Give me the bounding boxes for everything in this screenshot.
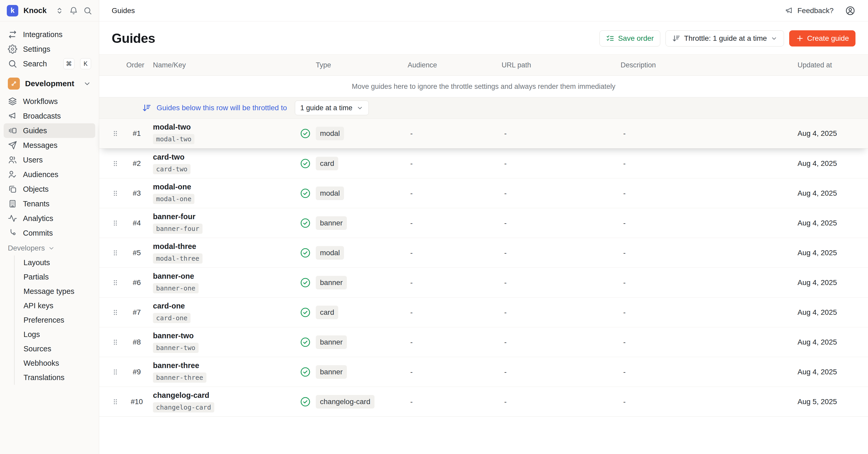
drag-handle-icon[interactable]: [107, 368, 124, 376]
feedback-button[interactable]: Feedback?: [785, 6, 834, 15]
unthrottled-drop-zone[interactable]: Move guides here to ignore the throttle …: [99, 76, 868, 97]
guide-updated-at: Aug 4, 2025: [798, 159, 856, 168]
guide-type-cell: banner: [316, 365, 407, 379]
table-header: Order Name/Key Type Audience URL path De…: [99, 54, 868, 76]
sidebar-env-list: WorkflowsBroadcastsGuidesMessagesUsersAu…: [4, 94, 95, 240]
guide-name: card-one: [153, 302, 185, 310]
guide-name-key: modal-three modal-three: [150, 242, 295, 263]
guide-status: [295, 307, 316, 318]
drag-handle-icon[interactable]: [107, 279, 124, 287]
throttle-divider-label[interactable]: Guides below this row will be throttled …: [157, 104, 287, 112]
guide-key-badge: banner-four: [153, 224, 203, 234]
broadcasts-icon: [8, 111, 17, 121]
search-icon: [8, 59, 17, 68]
sidebar-item-tenants[interactable]: Tenants: [4, 196, 95, 211]
analytics-icon: [8, 214, 17, 223]
sidebar-subitem-api-keys[interactable]: API keys: [14, 299, 95, 313]
notifications-bell-icon[interactable]: [69, 6, 78, 15]
users-icon: [8, 155, 17, 165]
developers-section-toggle[interactable]: Developers: [4, 243, 95, 254]
guide-audience: -: [407, 129, 501, 138]
guide-order: #4: [124, 219, 150, 227]
active-check-icon: [300, 277, 311, 288]
table-row[interactable]: #8 banner-two banner-two banner - - - Au…: [99, 327, 868, 357]
guide-name-key: banner-three banner-three: [150, 361, 295, 383]
table-row[interactable]: #7 card-one card-one card - - - Aug 4, 2…: [99, 297, 868, 327]
guide-url-path: -: [501, 129, 620, 138]
column-header-updated-at: Updated at: [798, 61, 856, 69]
drag-handle-icon[interactable]: [107, 249, 124, 257]
table-row[interactable]: #2 card-two card-two card - - - Aug 4, 2…: [99, 148, 868, 178]
guide-url-path: -: [501, 338, 620, 346]
drag-handle-icon[interactable]: [107, 309, 124, 316]
guide-description: -: [620, 338, 798, 346]
search-icon[interactable]: [83, 6, 92, 15]
guide-updated-at: Aug 4, 2025: [798, 249, 856, 257]
audiences-icon: [8, 170, 17, 179]
guide-description: -: [620, 279, 798, 287]
guide-type-cell: modal: [316, 246, 407, 260]
sidebar-item-objects[interactable]: Objects: [4, 182, 95, 196]
keyboard-shortcut-key: ⌘: [63, 58, 74, 69]
sidebar-subitem-message-types[interactable]: Message types: [14, 284, 95, 299]
guide-updated-at: Aug 4, 2025: [798, 219, 856, 227]
workspace-header: k Knock: [0, 0, 99, 22]
table-row[interactable]: #9 banner-three banner-three banner - - …: [99, 357, 868, 387]
environment-switcher[interactable]: Development: [4, 75, 95, 92]
guide-url-path: -: [501, 189, 620, 197]
sidebar-subitem-logs[interactable]: Logs: [14, 327, 95, 342]
sidebar-item-workflows[interactable]: Workflows: [4, 94, 95, 109]
sidebar-subitem-sources[interactable]: Sources: [14, 342, 95, 356]
workflows-icon: [8, 97, 17, 106]
throttle-dropdown-button[interactable]: Throttle: 1 guide at a time: [665, 30, 784, 47]
table-row[interactable]: #1 modal-two modal-two modal - - - Aug 4…: [99, 119, 868, 148]
table-row[interactable]: #5 modal-three modal-three modal - - - A…: [99, 238, 868, 267]
drag-handle-icon[interactable]: [107, 189, 124, 197]
guide-key-badge: banner-one: [153, 283, 198, 293]
sidebar-subitem-translations[interactable]: Translations: [14, 370, 95, 385]
create-guide-button[interactable]: Create guide: [789, 30, 856, 47]
sidebar-item-messages[interactable]: Messages: [4, 138, 95, 152]
drag-handle-icon[interactable]: [107, 338, 124, 346]
breadcrumb: Guides: [112, 6, 135, 15]
sidebar-item-search[interactable]: Search⌘K: [4, 56, 95, 71]
guide-type-cell: banner: [316, 276, 407, 289]
throttle-value-select[interactable]: 1 guide at a time: [295, 101, 369, 115]
sidebar-item-analytics[interactable]: Analytics: [4, 211, 95, 226]
drag-handle-icon[interactable]: [107, 130, 124, 137]
sidebar-subitem-partials[interactable]: Partials: [14, 270, 95, 284]
sidebar-item-users[interactable]: Users: [4, 152, 95, 167]
drag-handle-icon[interactable]: [107, 398, 124, 406]
save-order-button[interactable]: Save order: [599, 30, 660, 47]
sidebar-subitem-webhooks[interactable]: Webhooks: [14, 356, 95, 370]
sidebar-item-settings[interactable]: Settings: [4, 42, 95, 56]
guide-status: [295, 277, 316, 288]
drag-handle-icon[interactable]: [107, 219, 124, 227]
account-menu-button[interactable]: [845, 5, 856, 16]
guide-status: [295, 188, 316, 199]
sidebar-item-guides[interactable]: Guides: [4, 123, 95, 138]
sidebar-nav: IntegrationsSettingsSearch⌘K Development…: [0, 22, 99, 454]
drag-handle-icon[interactable]: [107, 160, 124, 167]
table-row[interactable]: #6 banner-one banner-one banner - - - Au…: [99, 267, 868, 297]
sidebar-item-integrations[interactable]: Integrations: [4, 27, 95, 42]
table-row[interactable]: #3 modal-one modal-one modal - - - Aug 4…: [99, 178, 868, 208]
table-row[interactable]: #4 banner-four banner-four banner - - - …: [99, 208, 868, 238]
guide-url-path: -: [501, 279, 620, 287]
guide-audience: -: [407, 219, 501, 227]
keyboard-shortcut-key: K: [80, 58, 91, 69]
active-check-icon: [300, 128, 311, 139]
sidebar-item-audiences[interactable]: Audiences: [4, 167, 95, 182]
guides-icon: [8, 126, 17, 135]
megaphone-icon: [785, 6, 794, 15]
table-row[interactable]: #10 changelog-card changelog-card change…: [99, 387, 868, 416]
sidebar-item-broadcasts[interactable]: Broadcasts: [4, 109, 95, 123]
sidebar-subitem-preferences[interactable]: Preferences: [14, 313, 95, 327]
sidebar-item-commits[interactable]: Commits: [4, 226, 95, 240]
sidebar-subitem-layouts[interactable]: Layouts: [14, 255, 95, 270]
feedback-label: Feedback?: [797, 6, 834, 15]
chevron-down-icon: [771, 35, 777, 42]
developers-sub-list: LayoutsPartialsMessage typesAPI keysPref…: [14, 255, 95, 385]
workspace-switcher-icon[interactable]: [55, 6, 64, 15]
guide-type-cell: banner: [316, 335, 407, 349]
